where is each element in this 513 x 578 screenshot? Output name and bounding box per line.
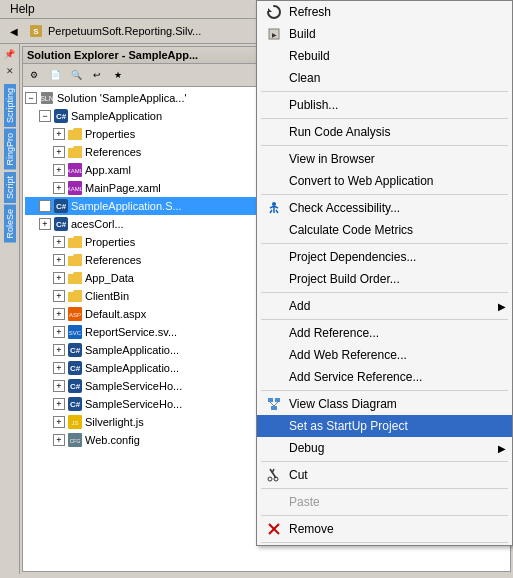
ctx-item-calculatemetrics[interactable]: Calculate Code Metrics <box>257 219 512 241</box>
ctx-item-addreference[interactable]: Add Reference... <box>257 322 512 344</box>
tree-expand-mainpage[interactable]: + <box>53 182 65 194</box>
tree-expand-acescor[interactable]: + <box>39 218 51 230</box>
tree-icon-solution: SLN <box>39 90 55 106</box>
tree-expand-sampleapp1[interactable]: − <box>39 110 51 122</box>
tree-expand-sampleapp2[interactable]: − <box>39 200 51 212</box>
tree-icon-acescor: C# <box>53 216 69 232</box>
tree-expand-solution[interactable]: − <box>25 92 37 104</box>
tree-label-appdata: App_Data <box>85 272 134 284</box>
tree-label-sampleapp1: SampleApplication <box>71 110 162 122</box>
ctx-label-projectbuild: Project Build Order... <box>289 272 506 286</box>
ctx-label-publish: Publish... <box>289 98 506 112</box>
tree-icon-appxaml: XAML <box>67 162 83 178</box>
tree-expand-appdata[interactable]: + <box>53 272 65 284</box>
se-btn4[interactable]: ↩ <box>87 65 107 85</box>
ctx-item-runcodeanalysis[interactable]: Run Code Analysis <box>257 121 512 143</box>
ctx-arrow-add: ▶ <box>498 301 506 312</box>
ctx-label-add: Add <box>289 299 494 313</box>
tab-ringpro[interactable]: RingPro <box>4 129 16 170</box>
tree-label-appxaml: App.xaml <box>85 164 131 176</box>
ctx-label-setstartup: Set as StartUp Project <box>289 419 506 433</box>
tree-expand-sampleservh1[interactable]: + <box>53 380 65 392</box>
se-title: Solution Explorer - SampleApp... <box>27 49 198 61</box>
tree-label-sampleapp4: SampleApplicatio... <box>85 362 179 374</box>
tree-label-mainpage: MainPage.xaml <box>85 182 161 194</box>
ctx-label-addservicereference: Add Service Reference... <box>289 370 506 384</box>
toolbar-back[interactable]: ◀ <box>4 21 24 41</box>
tree-label-silverlight: Silverlight.js <box>85 416 144 428</box>
ctx-label-build: Build <box>289 27 506 41</box>
tree-expand-references2[interactable]: + <box>53 254 65 266</box>
se-btn1[interactable]: ⚙ <box>24 65 44 85</box>
tree-expand-defaultaspx[interactable]: + <box>53 308 65 320</box>
tree-label-sampleservh2: SampleServiceHo... <box>85 398 182 410</box>
ctx-item-projectdeps[interactable]: Project Dependencies... <box>257 246 512 268</box>
ctx-item-publish[interactable]: Publish... <box>257 94 512 116</box>
ctx-item-add[interactable]: Add▶ <box>257 295 512 317</box>
se-btn3[interactable]: 🔍 <box>66 65 86 85</box>
ctx-icon-build: ▶ <box>263 26 285 42</box>
tree-expand-sampleapp4[interactable]: + <box>53 362 65 374</box>
se-btn5[interactable]: ★ <box>108 65 128 85</box>
ctx-icon-viewclassdiagram <box>263 396 285 412</box>
ctx-label-runcodeanalysis: Run Code Analysis <box>289 125 506 139</box>
ctx-item-rebuild[interactable]: Rebuild <box>257 45 512 67</box>
ctx-item-cut[interactable]: Cut <box>257 464 512 486</box>
tree-expand-properties2[interactable]: + <box>53 236 65 248</box>
ctx-separator-sep4 <box>261 194 508 195</box>
ctx-item-viewinbrowser[interactable]: View in Browser <box>257 148 512 170</box>
close-strip-button[interactable]: ✕ <box>2 63 18 79</box>
ctx-item-addwebreference[interactable]: Add Web Reference... <box>257 344 512 366</box>
ctx-label-cut: Cut <box>289 468 506 482</box>
tree-icon-mainpage: XAML <box>67 180 83 196</box>
tab-rolese[interactable]: RoleSe <box>4 205 16 243</box>
tree-expand-sampleapp3[interactable]: + <box>53 344 65 356</box>
tab-scripting[interactable]: Scripting <box>4 84 16 127</box>
tree-label-webconfig: Web.config <box>85 434 140 446</box>
toolbar-icon1[interactable]: S <box>26 21 46 41</box>
ctx-item-setstartup[interactable]: Set as StartUp Project <box>257 415 512 437</box>
tree-expand-appxaml[interactable]: + <box>53 164 65 176</box>
ctx-icon-viewinbrowser <box>263 151 285 167</box>
tree-expand-properties1[interactable]: + <box>53 128 65 140</box>
menu-help[interactable]: Help <box>4 0 41 18</box>
ctx-arrow-debug: ▶ <box>498 443 506 454</box>
tree-icon-properties2 <box>67 234 83 250</box>
tree-label-solution: Solution 'SampleApplica...' <box>57 92 187 104</box>
ctx-item-checkaccessibility[interactable]: Check Accessibility... <box>257 197 512 219</box>
ctx-icon-debug <box>263 440 285 456</box>
ctx-separator-sep8 <box>261 390 508 391</box>
tree-expand-webconfig[interactable]: + <box>53 434 65 446</box>
ctx-separator-sep3 <box>261 145 508 146</box>
pin-button[interactable]: 📌 <box>2 46 18 62</box>
svg-line-24 <box>274 402 278 406</box>
ctx-item-debug[interactable]: Debug▶ <box>257 437 512 459</box>
ctx-icon-projectdeps <box>263 249 285 265</box>
ctx-item-remove[interactable]: Remove <box>257 518 512 540</box>
ctx-item-refresh[interactable]: Refresh <box>257 1 512 23</box>
ctx-icon-convertwebapp <box>263 173 285 189</box>
ctx-item-clean[interactable]: Clean <box>257 67 512 89</box>
svg-text:▶: ▶ <box>272 32 277 38</box>
tree-expand-references1[interactable]: + <box>53 146 65 158</box>
ctx-item-viewclassdiagram[interactable]: View Class Diagram <box>257 393 512 415</box>
ctx-separator-sep12 <box>261 542 508 543</box>
ctx-item-addservicereference[interactable]: Add Service Reference... <box>257 366 512 388</box>
ctx-item-projectbuild[interactable]: Project Build Order... <box>257 268 512 290</box>
tree-expand-silverlight[interactable]: + <box>53 416 65 428</box>
ctx-label-convertwebapp: Convert to Web Application <box>289 174 506 188</box>
svg-text:XAML: XAML <box>68 168 82 174</box>
ctx-separator-sep1 <box>261 91 508 92</box>
tree-label-sampleapp2: SampleApplication.S... <box>71 200 182 212</box>
tab-script[interactable]: Script <box>4 172 16 203</box>
tree-expand-reportsvc[interactable]: + <box>53 326 65 338</box>
ctx-separator-sep7 <box>261 319 508 320</box>
svg-text:CFG: CFG <box>70 438 81 444</box>
tree-icon-defaultaspx: ASP <box>67 306 83 322</box>
tree-expand-sampleservh2[interactable]: + <box>53 398 65 410</box>
tree-expand-clientbin[interactable]: + <box>53 290 65 302</box>
ctx-item-build[interactable]: ▶Build <box>257 23 512 45</box>
ctx-item-convertwebapp[interactable]: Convert to Web Application <box>257 170 512 192</box>
se-btn2[interactable]: 📄 <box>45 65 65 85</box>
ctx-icon-paste <box>263 494 285 510</box>
